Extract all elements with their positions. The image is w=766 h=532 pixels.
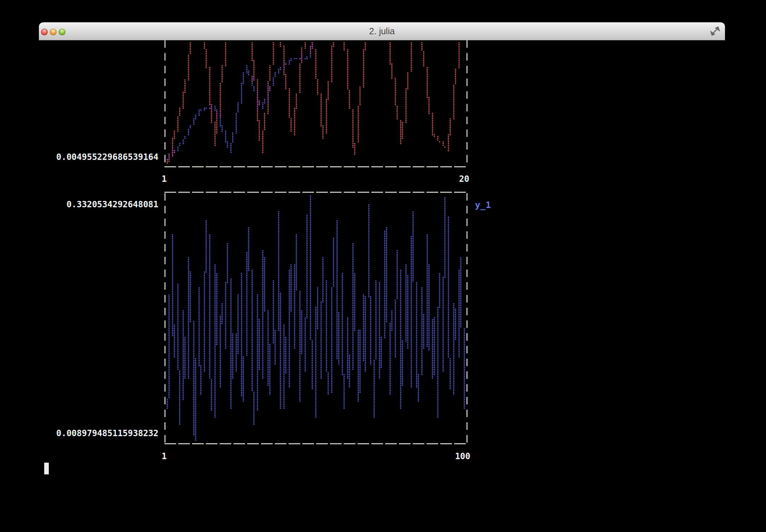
terminal-cursor[interactable] (44, 463, 49, 474)
plot1-canvas (164, 40, 468, 167)
titlebar[interactable]: 2. julia (39, 22, 725, 40)
desktop-background: 2. julia 0.004955229686539164 1 20 0.332… (0, 0, 766, 532)
terminal-window: 2. julia 0.004955229686539164 1 20 0.332… (39, 22, 725, 532)
plot2-xtick-right: 100 (435, 452, 470, 461)
plot2-legend-y1: y_1 (475, 200, 491, 210)
terminal-content[interactable]: 0.004955229686539164 1 20 0.332053429264… (39, 40, 725, 532)
resize-icon[interactable] (710, 26, 720, 36)
plot1-xtick-left: 1 (162, 174, 167, 184)
plot1-ymin-label: 0.004955229686539164 (39, 152, 158, 162)
plot2-ymin-label: 0.008979485115938232 (39, 429, 158, 438)
plot2-ymax-label: 0.3320534292648081 (39, 200, 158, 209)
window-title: 2. julia (39, 22, 725, 40)
plot2-xtick-left: 1 (162, 452, 167, 461)
plot2-canvas (164, 192, 468, 444)
plot1-xtick-right: 20 (434, 174, 469, 184)
